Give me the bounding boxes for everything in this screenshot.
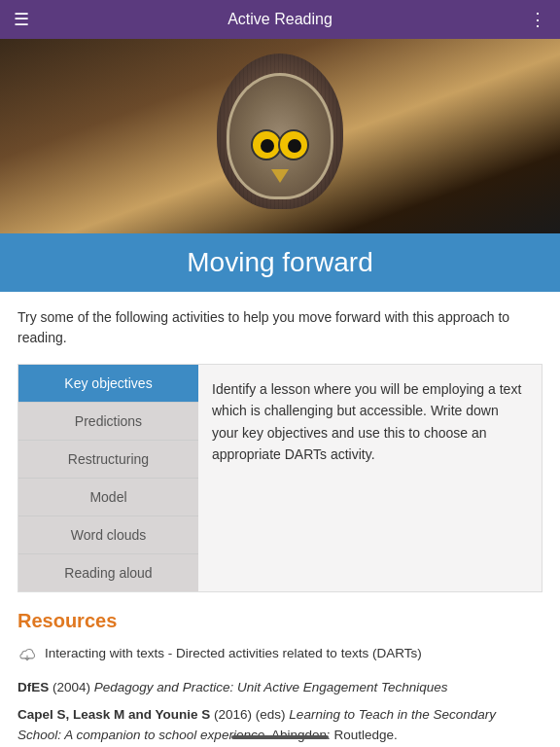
tab-reading-aloud[interactable]: Reading aloud: [18, 554, 198, 591]
tab-restructuring[interactable]: Restructuring: [18, 441, 198, 479]
hero-image: [0, 39, 560, 233]
tab-word-clouds[interactable]: Word clouds: [18, 516, 198, 554]
cloud-download-icon: [18, 645, 37, 668]
tab-content-text: Identify a lesson where you will be empl…: [212, 381, 521, 462]
resources-heading: Resources: [18, 610, 542, 632]
resource-item-link: Interacting with texts - Directed activi…: [18, 644, 542, 668]
tab-panel: Identify a lesson where you will be empl…: [198, 365, 542, 591]
resource-citation-1: DfES (2004) Pedagogy and Practice: Unit …: [18, 678, 542, 697]
hamburger-icon[interactable]: ☰: [14, 9, 29, 30]
tabs-list: Key objectives Predictions Restructuring…: [18, 365, 198, 591]
owl-eye-right: [278, 129, 309, 160]
bottom-indicator: [231, 735, 329, 739]
top-bar: ☰ Active Reading ⋮: [0, 0, 560, 39]
tab-model[interactable]: Model: [18, 479, 198, 516]
owl-illustration: [202, 49, 358, 229]
intro-paragraph: Try some of the following activities to …: [18, 307, 542, 348]
tab-key-objectives[interactable]: Key objectives: [18, 365, 198, 403]
owl-beak: [271, 169, 289, 183]
more-icon[interactable]: ⋮: [529, 9, 546, 30]
resource-link-text[interactable]: Interacting with texts - Directed activi…: [45, 644, 422, 663]
title-section: Moving forward: [0, 233, 560, 292]
page-title: Moving forward: [18, 247, 542, 278]
tabs-container: Key objectives Predictions Restructuring…: [18, 364, 542, 592]
tab-predictions[interactable]: Predictions: [18, 403, 198, 441]
main-content: Try some of the following activities to …: [0, 292, 560, 592]
app-title: Active Reading: [228, 11, 332, 28]
resources-section: Resources Interacting with texts - Direc…: [0, 592, 560, 745]
